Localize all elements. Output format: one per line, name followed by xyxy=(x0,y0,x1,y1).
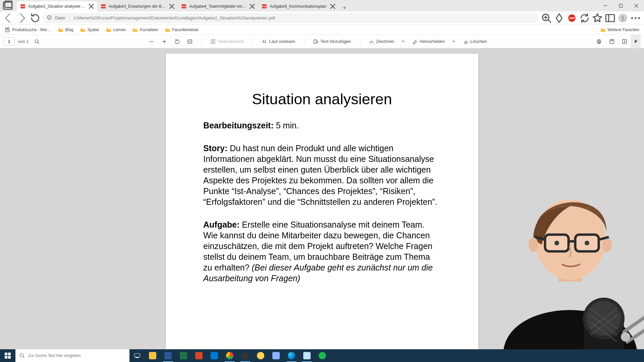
url-path: J:/Meine%20Kurse/Projektmanagement/Dokum… xyxy=(73,15,275,20)
svg-point-16 xyxy=(635,17,637,19)
close-icon[interactable] xyxy=(169,4,174,9)
rotate-button[interactable] xyxy=(172,38,182,46)
close-window-button[interactable] xyxy=(629,0,644,11)
page-number-input[interactable] xyxy=(3,37,15,46)
maximize-button[interactable] xyxy=(613,0,629,11)
print-button[interactable] xyxy=(594,38,604,46)
taskbar-spotify-icon[interactable] xyxy=(315,349,330,362)
bookmark-item[interactable]: Lernen xyxy=(104,26,128,34)
forward-button[interactable] xyxy=(16,13,28,23)
taskbar-mail-icon[interactable] xyxy=(207,349,222,362)
read-aloud-button[interactable]: A Laut vorlesen xyxy=(260,38,297,46)
bookmark-item[interactable]: Kursideen xyxy=(130,26,160,34)
reload-button[interactable] xyxy=(30,13,41,23)
svg-rect-21 xyxy=(211,40,213,44)
tab-actions-button[interactable] xyxy=(2,0,13,11)
svg-point-53 xyxy=(20,354,23,357)
taskbar-powerpoint-icon[interactable] xyxy=(191,349,207,362)
find-button[interactable] xyxy=(32,38,42,46)
svg-rect-55 xyxy=(136,357,139,358)
document-story: Story: Du hast nun dein Produkt und alle… xyxy=(203,143,441,207)
erase-label: Löschen xyxy=(470,39,487,44)
bookmark-label: Favoritenleiste xyxy=(172,27,199,32)
taskbar-edge-icon[interactable] xyxy=(284,349,299,362)
tab-title: Aufgabe5_Kommunikationsplan xyxy=(270,4,327,9)
tab-title: Aufgabe3_Erwartungen der Betr… xyxy=(109,4,166,9)
close-icon[interactable] xyxy=(330,4,335,9)
sync-icon[interactable] xyxy=(579,13,590,23)
bookmark-item[interactable]: Blog xyxy=(56,26,75,34)
taskbar-word-icon[interactable] xyxy=(160,349,176,362)
zoom-out-button[interactable] xyxy=(147,38,156,46)
zoom-in-button[interactable] xyxy=(160,38,169,46)
draw-label: Zeichnen xyxy=(376,39,394,44)
bookmark-item[interactable]: Produktsuche - Mer… xyxy=(3,26,53,34)
bookmark-label: Weitere Favoriten xyxy=(608,27,639,32)
start-button[interactable] xyxy=(0,349,15,362)
add-text-button[interactable]: Text hinzufügen xyxy=(311,38,353,46)
read-aloud-icon[interactable] xyxy=(553,13,565,23)
document-task: Aufgabe: Erstelle eine Situationsanalyse… xyxy=(203,219,441,284)
url-bar[interactable]: Datei | J:/Meine%20Kurse/Projektmanageme… xyxy=(43,13,539,23)
pdf-viewport[interactable]: Situation analysieren Bearbeitungszeit: … xyxy=(0,48,644,349)
tab-4[interactable]: PDF Aufgabe5_Kommunikationsplan xyxy=(258,1,339,11)
page-view-button[interactable]: Seitenansicht xyxy=(208,38,246,46)
zoom-icon[interactable] xyxy=(541,13,552,23)
tab-3[interactable]: PDF Aufgabe4_Teammitglieder einsch… xyxy=(178,1,258,11)
tab-1[interactable]: PDF Aufgabe2_Situation analysieren.pdf xyxy=(17,1,97,11)
svg-point-19 xyxy=(35,40,38,43)
svg-point-15 xyxy=(631,17,633,19)
pin-toolbar-button[interactable] xyxy=(631,35,641,48)
bookmark-item[interactable]: Später xyxy=(78,26,101,34)
taskbar-chrome-icon[interactable] xyxy=(222,349,237,362)
draw-button[interactable]: Zeichnen xyxy=(367,38,396,46)
taskbar-search[interactable]: Zur Suche Text hier eingeben xyxy=(15,349,129,362)
profile-button[interactable] xyxy=(617,13,629,23)
window-titlebar: PDF Aufgabe2_Situation analysieren.pdf P… xyxy=(0,0,644,11)
close-icon[interactable] xyxy=(250,4,255,9)
favorites-icon[interactable] xyxy=(592,13,603,23)
save-as-button[interactable] xyxy=(620,38,629,46)
site-info-icon[interactable] xyxy=(47,15,52,21)
tab-title: Aufgabe4_Teammitglieder einsch… xyxy=(189,4,247,9)
highlight-menu-button[interactable] xyxy=(450,39,458,45)
draw-menu-button[interactable] xyxy=(399,39,407,45)
abp-icon[interactable]: ABP xyxy=(566,13,578,23)
task-view-button[interactable] xyxy=(129,349,145,362)
story-text: Du hast nun dein Produkt und alle wichti… xyxy=(203,143,437,206)
new-tab-button[interactable]: ＋ xyxy=(339,4,350,11)
svg-rect-10 xyxy=(620,4,623,7)
svg-rect-50 xyxy=(8,353,11,355)
highlight-button[interactable]: Hervorheben xyxy=(410,38,447,46)
taskbar-app-icon[interactable] xyxy=(253,349,268,362)
page-view-label: Seitenansicht xyxy=(218,39,244,44)
more-bookmarks[interactable]: Weitere Favoriten xyxy=(598,26,641,34)
time-value: 5 min. xyxy=(276,121,299,130)
close-icon[interactable] xyxy=(89,4,94,9)
window-controls xyxy=(598,0,644,11)
story-label: Story: xyxy=(203,143,227,153)
taskbar-obs-icon[interactable] xyxy=(237,349,253,362)
minimize-button[interactable] xyxy=(598,0,613,11)
url-protocol: Datei xyxy=(55,15,65,20)
back-button[interactable] xyxy=(3,13,14,23)
taskbar-notepad-icon[interactable] xyxy=(299,349,315,362)
read-aloud-label: Laut vorlesen xyxy=(269,39,295,44)
fit-page-button[interactable] xyxy=(185,38,195,46)
save-button[interactable] xyxy=(607,38,616,46)
windows-taskbar: Zur Suche Text hier eingeben xyxy=(0,349,644,362)
app-menu-button[interactable] xyxy=(630,13,641,23)
collections-icon[interactable] xyxy=(604,13,616,23)
svg-text:PDF: PDF xyxy=(181,5,186,8)
erase-button[interactable]: Löschen xyxy=(461,38,489,46)
svg-rect-26 xyxy=(598,40,600,41)
page-count-label: von 1 xyxy=(18,39,29,44)
pdf-icon: PDF xyxy=(262,4,267,9)
taskbar-excel-icon[interactable] xyxy=(176,349,191,362)
tab-2[interactable]: PDF Aufgabe3_Erwartungen der Betr… xyxy=(97,1,178,11)
taskbar-app2-icon[interactable] xyxy=(268,349,284,362)
bookmarks-bar: Produktsuche - Mer… Blog Später Lernen K… xyxy=(0,25,644,35)
taskbar-explorer-icon[interactable] xyxy=(145,349,160,362)
pdf-icon: PDF xyxy=(101,4,106,9)
bookmark-item[interactable]: Favoritenleiste xyxy=(163,26,201,34)
